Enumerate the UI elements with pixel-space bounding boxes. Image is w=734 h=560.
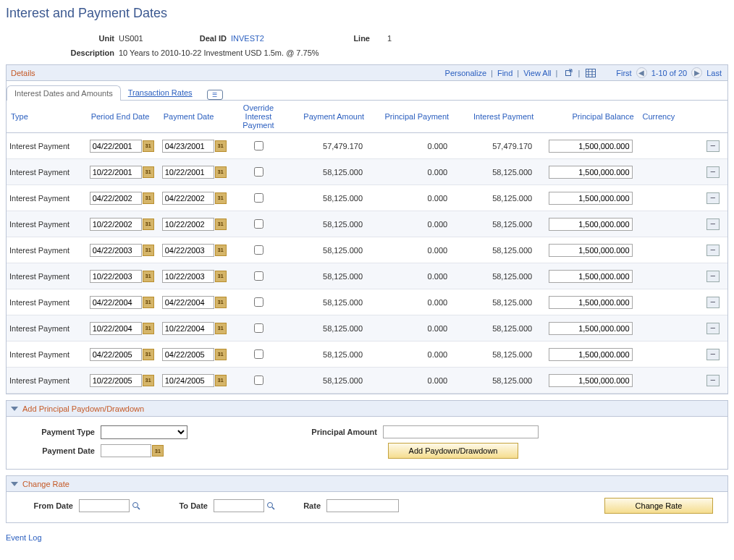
payment-date-input[interactable] bbox=[162, 296, 214, 309]
delete-row-button[interactable]: − bbox=[706, 323, 720, 334]
delete-row-button[interactable]: − bbox=[706, 192, 720, 204]
payment-date-input[interactable] bbox=[162, 374, 214, 387]
zoom-icon[interactable] bbox=[563, 68, 573, 78]
calendar-icon[interactable]: 31 bbox=[143, 323, 154, 334]
disclose-icon[interactable] bbox=[11, 407, 18, 411]
override-checkbox[interactable] bbox=[254, 245, 263, 255]
principal-balance-input[interactable] bbox=[549, 348, 633, 361]
principal-balance-input[interactable] bbox=[549, 218, 633, 231]
calendar-icon[interactable]: 31 bbox=[215, 297, 227, 308]
principal-balance-input[interactable] bbox=[549, 374, 633, 387]
disclose-icon[interactable] bbox=[11, 482, 18, 486]
period-end-input[interactable] bbox=[90, 270, 142, 283]
calendar-icon[interactable]: 31 bbox=[143, 297, 154, 308]
period-end-input[interactable] bbox=[90, 348, 142, 361]
first-link[interactable]: First bbox=[616, 69, 631, 77]
override-checkbox[interactable] bbox=[254, 297, 263, 307]
period-end-input[interactable] bbox=[90, 374, 142, 387]
calendar-icon[interactable]: 31 bbox=[143, 245, 154, 256]
calendar-icon[interactable]: 31 bbox=[143, 219, 154, 230]
to-date-input[interactable] bbox=[214, 499, 264, 512]
tab-transaction-rates[interactable]: Transaction Rates bbox=[121, 85, 200, 100]
payment-date-input[interactable] bbox=[162, 166, 214, 179]
override-checkbox[interactable] bbox=[254, 193, 263, 203]
col-period-end[interactable]: Period End Date bbox=[87, 101, 159, 133]
calendar-icon[interactable]: 31 bbox=[215, 219, 227, 230]
calendar-icon[interactable]: 31 bbox=[215, 271, 227, 282]
override-checkbox[interactable] bbox=[254, 349, 263, 359]
principal-amount-input[interactable] bbox=[383, 425, 539, 438]
principal-balance-input[interactable] bbox=[549, 192, 633, 205]
principal-balance-input[interactable] bbox=[549, 244, 633, 257]
payment-date-input[interactable] bbox=[162, 348, 214, 361]
delete-row-button[interactable]: − bbox=[706, 140, 720, 152]
calendar-icon[interactable]: 31 bbox=[143, 271, 154, 282]
col-payment-date[interactable]: Payment Date bbox=[159, 101, 232, 133]
delete-row-button[interactable]: − bbox=[706, 349, 720, 360]
payment-date-input[interactable] bbox=[101, 444, 151, 457]
calendar-icon[interactable]: 31 bbox=[215, 192, 227, 204]
calendar-icon[interactable]: 31 bbox=[143, 349, 154, 360]
view-all-link[interactable]: View All bbox=[523, 69, 551, 77]
calendar-icon[interactable]: 31 bbox=[215, 245, 227, 256]
payment-date-input[interactable] bbox=[162, 140, 214, 153]
personalize-link[interactable]: Personalize bbox=[445, 69, 486, 77]
override-checkbox[interactable] bbox=[254, 271, 263, 281]
calendar-icon[interactable]: 31 bbox=[215, 140, 227, 152]
lookup-icon[interactable] bbox=[266, 501, 276, 511]
principal-balance-input[interactable] bbox=[549, 166, 633, 179]
period-end-input[interactable] bbox=[90, 140, 142, 153]
delete-row-button[interactable]: − bbox=[706, 375, 720, 386]
period-end-input[interactable] bbox=[90, 322, 142, 335]
tab-interest-dates[interactable]: Interest Dates and Amounts bbox=[7, 85, 121, 101]
calendar-icon[interactable]: 31 bbox=[215, 349, 227, 360]
delete-row-button[interactable]: − bbox=[706, 297, 720, 308]
payment-date-input[interactable] bbox=[162, 270, 214, 283]
col-payment-amount[interactable]: Payment Amount bbox=[285, 101, 368, 133]
period-end-input[interactable] bbox=[90, 166, 142, 179]
col-interest-payment[interactable]: Interest Payment bbox=[453, 101, 538, 133]
calendar-icon[interactable]: 31 bbox=[215, 375, 227, 386]
delete-row-button[interactable]: − bbox=[706, 219, 720, 230]
delete-row-button[interactable]: − bbox=[706, 166, 720, 178]
delete-row-button[interactable]: − bbox=[706, 271, 720, 282]
col-currency[interactable]: Currency bbox=[638, 101, 699, 133]
calendar-icon[interactable]: 31 bbox=[143, 192, 154, 204]
col-principal-payment[interactable]: Principal Payment bbox=[368, 101, 453, 133]
change-rate-button[interactable]: Change Rate bbox=[604, 498, 713, 514]
spreadsheet-icon[interactable] bbox=[586, 68, 596, 78]
calendar-icon[interactable]: 31 bbox=[143, 140, 154, 152]
prev-page-button[interactable]: ◀ bbox=[636, 67, 647, 78]
next-page-button[interactable]: ▶ bbox=[691, 67, 702, 78]
principal-balance-input[interactable] bbox=[549, 296, 633, 309]
override-checkbox[interactable] bbox=[254, 323, 263, 333]
period-end-input[interactable] bbox=[90, 192, 142, 205]
col-principal-balance[interactable]: Principal Balance bbox=[538, 101, 638, 133]
from-date-input[interactable] bbox=[79, 499, 130, 512]
calendar-icon[interactable]: 31 bbox=[143, 375, 154, 386]
payment-date-input[interactable] bbox=[162, 218, 214, 231]
last-link[interactable]: Last bbox=[706, 69, 722, 77]
period-end-input[interactable] bbox=[90, 244, 142, 257]
payment-date-input[interactable] bbox=[162, 322, 214, 335]
override-checkbox[interactable] bbox=[254, 376, 263, 385]
add-paydown-button[interactable]: Add Paydown/Drawdown bbox=[388, 443, 518, 459]
payment-date-input[interactable] bbox=[162, 192, 214, 205]
principal-balance-input[interactable] bbox=[549, 140, 633, 153]
principal-balance-input[interactable] bbox=[549, 270, 633, 283]
rate-input[interactable] bbox=[326, 499, 399, 512]
event-log-link[interactable]: Event Log bbox=[6, 533, 42, 542]
payment-date-input[interactable] bbox=[162, 244, 214, 257]
calendar-icon[interactable]: 31 bbox=[143, 166, 154, 178]
principal-balance-input[interactable] bbox=[549, 322, 633, 335]
col-override[interactable]: Override Interest Payment bbox=[232, 101, 285, 133]
calendar-icon[interactable]: 31 bbox=[152, 445, 164, 457]
find-link[interactable]: Find bbox=[497, 69, 512, 77]
calendar-icon[interactable]: 31 bbox=[215, 166, 227, 178]
lookup-icon[interactable] bbox=[131, 501, 141, 511]
period-end-input[interactable] bbox=[90, 218, 142, 231]
override-checkbox[interactable] bbox=[254, 167, 263, 177]
show-all-columns-icon[interactable]: ☰ bbox=[207, 90, 223, 100]
payment-type-select[interactable] bbox=[101, 425, 187, 439]
period-end-input[interactable] bbox=[90, 296, 142, 309]
